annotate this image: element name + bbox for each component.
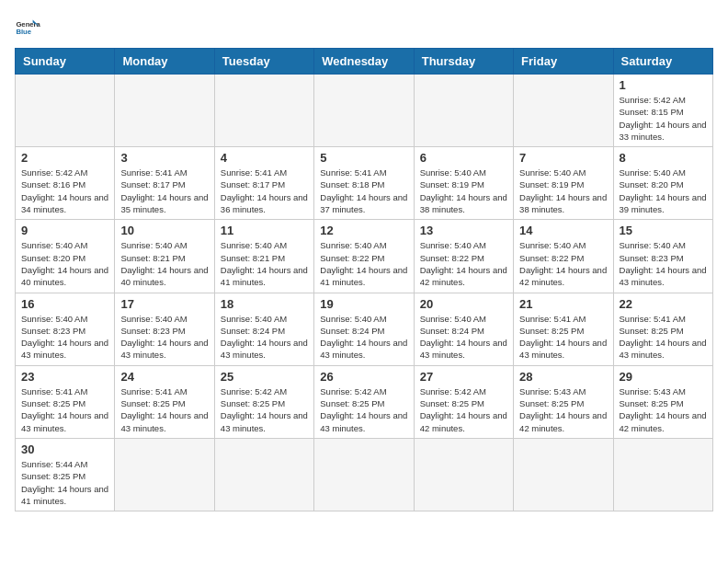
calendar-cell: [115, 75, 214, 147]
calendar-cell: 1Sunrise: 5:42 AM Sunset: 8:15 PM Daylig…: [613, 75, 712, 147]
calendar-cell: [16, 75, 115, 147]
day-info: Sunrise: 5:40 AM Sunset: 8:22 PM Dayligh…: [320, 239, 407, 288]
calendar-cell: 11Sunrise: 5:40 AM Sunset: 8:21 PM Dayli…: [214, 220, 313, 293]
col-header-monday: Monday: [115, 49, 214, 75]
day-info: Sunrise: 5:40 AM Sunset: 8:19 PM Dayligh…: [519, 167, 607, 215]
day-info: Sunrise: 5:42 AM Sunset: 8:25 PM Dayligh…: [420, 385, 507, 434]
calendar-week-row: 30Sunrise: 5:44 AM Sunset: 8:25 PM Dayli…: [16, 438, 713, 511]
calendar-cell: 17Sunrise: 5:40 AM Sunset: 8:23 PM Dayli…: [115, 293, 214, 365]
day-number: 19: [320, 297, 407, 311]
day-number: 18: [221, 297, 308, 311]
day-info: Sunrise: 5:40 AM Sunset: 8:23 PM Dayligh…: [21, 313, 108, 362]
calendar-week-row: 23Sunrise: 5:41 AM Sunset: 8:25 PM Dayli…: [16, 365, 713, 438]
day-number: 11: [221, 224, 308, 237]
header: General Blue: [15, 15, 713, 40]
day-info: Sunrise: 5:40 AM Sunset: 8:24 PM Dayligh…: [221, 313, 308, 362]
day-info: Sunrise: 5:42 AM Sunset: 8:16 PM Dayligh…: [21, 167, 108, 215]
day-number: 2: [21, 151, 108, 165]
svg-text:Blue: Blue: [16, 28, 31, 36]
calendar-cell: 26Sunrise: 5:42 AM Sunset: 8:25 PM Dayli…: [314, 365, 414, 438]
day-number: 10: [120, 224, 208, 237]
calendar-header-row: SundayMondayTuesdayWednesdayThursdayFrid…: [16, 49, 713, 75]
calendar-cell: 27Sunrise: 5:42 AM Sunset: 8:25 PM Dayli…: [414, 365, 513, 438]
calendar-cell: 13Sunrise: 5:40 AM Sunset: 8:22 PM Dayli…: [414, 220, 513, 293]
day-number: 23: [21, 370, 108, 384]
calendar-cell: 12Sunrise: 5:40 AM Sunset: 8:22 PM Dayli…: [314, 220, 414, 293]
calendar-cell: 21Sunrise: 5:41 AM Sunset: 8:25 PM Dayli…: [514, 293, 613, 365]
day-number: 20: [420, 297, 507, 311]
calendar-cell: 10Sunrise: 5:40 AM Sunset: 8:21 PM Dayli…: [115, 220, 214, 293]
calendar-cell: 30Sunrise: 5:44 AM Sunset: 8:25 PM Dayli…: [16, 438, 115, 511]
day-info: Sunrise: 5:40 AM Sunset: 8:21 PM Dayligh…: [120, 239, 208, 288]
day-number: 1: [620, 78, 707, 92]
day-info: Sunrise: 5:40 AM Sunset: 8:20 PM Dayligh…: [620, 167, 707, 215]
calendar-week-row: 2Sunrise: 5:42 AM Sunset: 8:16 PM Daylig…: [16, 147, 713, 220]
calendar-cell: [613, 438, 712, 511]
logo: General Blue: [15, 15, 40, 40]
day-number: 5: [320, 151, 407, 165]
calendar-cell: 19Sunrise: 5:40 AM Sunset: 8:24 PM Dayli…: [314, 293, 414, 365]
calendar-cell: 8Sunrise: 5:40 AM Sunset: 8:20 PM Daylig…: [613, 147, 712, 220]
day-number: 22: [620, 297, 707, 311]
calendar-cell: 25Sunrise: 5:42 AM Sunset: 8:25 PM Dayli…: [214, 365, 313, 438]
calendar-cell: [514, 75, 613, 147]
day-info: Sunrise: 5:43 AM Sunset: 8:25 PM Dayligh…: [620, 385, 707, 434]
calendar-cell: 18Sunrise: 5:40 AM Sunset: 8:24 PM Dayli…: [214, 293, 313, 365]
calendar-cell: 28Sunrise: 5:43 AM Sunset: 8:25 PM Dayli…: [514, 365, 613, 438]
day-info: Sunrise: 5:41 AM Sunset: 8:17 PM Dayligh…: [120, 167, 208, 215]
day-number: 27: [420, 370, 507, 384]
calendar-week-row: 16Sunrise: 5:40 AM Sunset: 8:23 PM Dayli…: [16, 293, 713, 365]
calendar-cell: 24Sunrise: 5:41 AM Sunset: 8:25 PM Dayli…: [115, 365, 214, 438]
calendar-cell: 5Sunrise: 5:41 AM Sunset: 8:18 PM Daylig…: [314, 147, 414, 220]
day-number: 28: [519, 370, 607, 384]
col-header-wednesday: Wednesday: [314, 49, 414, 75]
day-number: 14: [519, 224, 607, 237]
calendar-cell: 23Sunrise: 5:41 AM Sunset: 8:25 PM Dayli…: [16, 365, 115, 438]
day-info: Sunrise: 5:40 AM Sunset: 8:24 PM Dayligh…: [420, 313, 507, 362]
calendar-week-row: 9Sunrise: 5:40 AM Sunset: 8:20 PM Daylig…: [16, 220, 713, 293]
day-info: Sunrise: 5:44 AM Sunset: 8:25 PM Dayligh…: [21, 458, 108, 507]
day-info: Sunrise: 5:41 AM Sunset: 8:25 PM Dayligh…: [620, 313, 707, 362]
day-number: 9: [21, 224, 108, 237]
day-info: Sunrise: 5:41 AM Sunset: 8:18 PM Dayligh…: [320, 167, 407, 215]
calendar-cell: 16Sunrise: 5:40 AM Sunset: 8:23 PM Dayli…: [16, 293, 115, 365]
day-number: 12: [320, 224, 407, 237]
calendar-cell: 9Sunrise: 5:40 AM Sunset: 8:20 PM Daylig…: [16, 220, 115, 293]
col-header-sunday: Sunday: [16, 49, 115, 75]
day-info: Sunrise: 5:40 AM Sunset: 8:23 PM Dayligh…: [620, 239, 707, 288]
calendar-cell: 6Sunrise: 5:40 AM Sunset: 8:19 PM Daylig…: [414, 147, 513, 220]
calendar-cell: 29Sunrise: 5:43 AM Sunset: 8:25 PM Dayli…: [613, 365, 712, 438]
calendar: SundayMondayTuesdayWednesdayThursdayFrid…: [15, 48, 713, 511]
day-info: Sunrise: 5:41 AM Sunset: 8:25 PM Dayligh…: [519, 313, 607, 362]
calendar-cell: [314, 438, 414, 511]
calendar-cell: 3Sunrise: 5:41 AM Sunset: 8:17 PM Daylig…: [115, 147, 214, 220]
col-header-friday: Friday: [514, 49, 613, 75]
col-header-thursday: Thursday: [414, 49, 513, 75]
day-info: Sunrise: 5:40 AM Sunset: 8:20 PM Dayligh…: [21, 239, 108, 288]
day-info: Sunrise: 5:41 AM Sunset: 8:25 PM Dayligh…: [21, 385, 108, 434]
calendar-cell: 2Sunrise: 5:42 AM Sunset: 8:16 PM Daylig…: [16, 147, 115, 220]
day-info: Sunrise: 5:42 AM Sunset: 8:15 PM Dayligh…: [620, 94, 707, 143]
calendar-cell: 15Sunrise: 5:40 AM Sunset: 8:23 PM Dayli…: [613, 220, 712, 293]
generalblue-logo-icon: General Blue: [15, 15, 40, 40]
calendar-cell: 22Sunrise: 5:41 AM Sunset: 8:25 PM Dayli…: [613, 293, 712, 365]
day-number: 8: [620, 151, 707, 165]
day-number: 24: [120, 370, 208, 384]
day-number: 6: [420, 151, 507, 165]
day-number: 4: [221, 151, 308, 165]
day-number: 25: [221, 370, 308, 384]
calendar-cell: [414, 438, 513, 511]
day-number: 7: [519, 151, 607, 165]
calendar-cell: [314, 75, 414, 147]
day-info: Sunrise: 5:43 AM Sunset: 8:25 PM Dayligh…: [519, 385, 607, 434]
calendar-cell: [414, 75, 513, 147]
day-info: Sunrise: 5:40 AM Sunset: 8:24 PM Dayligh…: [320, 313, 407, 362]
calendar-cell: 4Sunrise: 5:41 AM Sunset: 8:17 PM Daylig…: [214, 147, 313, 220]
day-info: Sunrise: 5:40 AM Sunset: 8:22 PM Dayligh…: [420, 239, 507, 288]
day-number: 16: [21, 297, 108, 311]
day-info: Sunrise: 5:40 AM Sunset: 8:22 PM Dayligh…: [519, 239, 607, 288]
day-info: Sunrise: 5:40 AM Sunset: 8:19 PM Dayligh…: [420, 167, 507, 215]
day-number: 29: [620, 370, 707, 384]
col-header-tuesday: Tuesday: [214, 49, 313, 75]
day-info: Sunrise: 5:40 AM Sunset: 8:21 PM Dayligh…: [221, 239, 308, 288]
